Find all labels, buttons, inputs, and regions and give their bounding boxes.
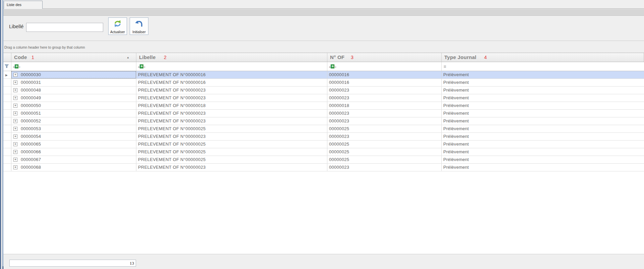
cell-libelle[interactable]: PRELEVEMENT OF N°00000025 [136, 141, 327, 148]
cell-code[interactable]: + 00000030 [11, 71, 136, 78]
cell-type-journal[interactable]: Prélèvement [442, 87, 644, 94]
libelle-input[interactable] [26, 23, 103, 32]
table-row[interactable]: ▶ + 00000048 PRELEVEMENT OF N°00000023 0… [3, 87, 644, 94]
filter-cell-type-journal[interactable]: = [442, 62, 644, 71]
cell-libelle[interactable]: PRELEVEMENT OF N°00000016 [136, 71, 327, 78]
code-value: 00000031 [21, 80, 41, 85]
table-row[interactable]: ▶ + 00000067 PRELEVEMENT OF N°00000025 0… [3, 156, 644, 164]
column-header-libelle[interactable]: Libelle 2 [136, 53, 327, 62]
cell-nof[interactable]: 00000016 [327, 71, 442, 78]
expand-plus-icon[interactable]: + [13, 111, 17, 115]
cell-libelle[interactable]: PRELEVEMENT OF N°00000023 [136, 110, 327, 117]
filter-cell-code[interactable]: aBc [11, 62, 136, 71]
cell-nof[interactable]: 00000025 [327, 141, 442, 148]
cell-nof[interactable]: 00000023 [327, 87, 442, 94]
expand-plus-icon[interactable]: + [13, 96, 17, 100]
table-row[interactable]: ▶ + 00000031 PRELEVEMENT OF N°00000016 0… [3, 79, 644, 87]
group-by-panel[interactable]: Drag a column header here to group by th… [3, 41, 644, 53]
cell-libelle[interactable]: PRELEVEMENT OF N°00000023 [136, 94, 327, 102]
cell-code[interactable]: + 00000050 [11, 102, 136, 109]
cell-code[interactable]: + 00000065 [11, 141, 136, 148]
table-row[interactable]: ▶ + 00000030 PRELEVEMENT OF N°00000016 0… [3, 71, 644, 79]
cell-type-journal[interactable]: Prélèvement [442, 110, 644, 117]
expand-plus-icon[interactable]: + [13, 158, 17, 162]
cell-code[interactable]: + 00000051 [11, 110, 136, 117]
cell-code[interactable]: + 00000031 [11, 79, 136, 86]
table-row[interactable]: ▶ + 00000051 PRELEVEMENT OF N°00000023 0… [3, 110, 644, 117]
text-filter-icon: aBc [13, 64, 20, 68]
table-row[interactable]: ▶ + 00000052 PRELEVEMENT OF N°00000023 0… [3, 117, 644, 125]
cell-type-journal[interactable]: Prélèvement [442, 141, 644, 148]
expand-plus-icon[interactable]: + [13, 119, 17, 123]
cell-nof[interactable]: 00000023 [327, 164, 442, 171]
cell-nof[interactable]: 00000023 [327, 133, 442, 140]
column-header-label: Code [14, 53, 27, 62]
cell-type-journal[interactable]: Prélèvement [442, 156, 644, 163]
annotation-number: 3 [351, 55, 353, 60]
cell-type-journal[interactable]: Prélèvement [442, 117, 644, 125]
cell-libelle[interactable]: PRELEVEMENT OF N°00000016 [136, 79, 327, 86]
column-header-label: Type Journal [444, 53, 476, 62]
type-journal-value: Prélèvement [443, 126, 469, 131]
column-header-type-journal[interactable]: Type Journal 4 [442, 53, 644, 62]
tab-liste-des-prelevements[interactable]: Liste des prelevements [4, 1, 43, 9]
cell-code[interactable]: + 00000068 [11, 164, 136, 171]
cell-libelle[interactable]: PRELEVEMENT OF N°00000025 [136, 156, 327, 163]
cell-libelle[interactable]: PRELEVEMENT OF N°00000018 [136, 102, 327, 109]
cell-nof[interactable]: 00000025 [327, 125, 442, 132]
cell-code[interactable]: + 00000052 [11, 117, 136, 125]
cell-code[interactable]: + 00000066 [11, 148, 136, 156]
filter-cell-nof[interactable]: aBc [327, 62, 442, 71]
type-journal-value: Prélèvement [443, 134, 469, 139]
reset-button[interactable]: Initialiser [130, 17, 148, 35]
cell-code[interactable]: + 00000048 [11, 87, 136, 94]
table-row[interactable]: ▶ + 00000065 PRELEVEMENT OF N°00000025 0… [3, 141, 644, 148]
expand-plus-icon[interactable]: + [13, 73, 17, 77]
cell-libelle[interactable]: PRELEVEMENT OF N°00000023 [136, 87, 327, 94]
cell-code[interactable]: + 00000054 [11, 133, 136, 140]
table-row[interactable]: ▶ + 00000068 PRELEVEMENT OF N°00000023 0… [3, 164, 644, 171]
expand-plus-icon[interactable]: + [13, 104, 17, 108]
expand-plus-icon[interactable]: + [13, 142, 17, 146]
cell-code[interactable]: + 00000049 [11, 94, 136, 102]
cell-nof[interactable]: 00000018 [327, 102, 442, 109]
expand-plus-icon[interactable]: + [13, 150, 17, 154]
cell-libelle[interactable]: PRELEVEMENT OF N°00000025 [136, 125, 327, 132]
cell-libelle[interactable]: PRELEVEMENT OF N°00000023 [136, 133, 327, 140]
cell-code[interactable]: + 00000067 [11, 156, 136, 163]
cell-type-journal[interactable]: Prélèvement [442, 148, 644, 156]
cell-nof[interactable]: 00000025 [327, 148, 442, 156]
cell-libelle[interactable]: PRELEVEMENT OF N°00000023 [136, 164, 327, 171]
column-header-code[interactable]: Code 1 ▲ [11, 53, 136, 62]
expand-plus-icon[interactable]: + [13, 80, 17, 85]
cell-nof[interactable]: 00000016 [327, 79, 442, 86]
expand-plus-icon[interactable]: + [13, 127, 17, 131]
refresh-button[interactable]: Actualiser [108, 17, 127, 35]
cell-type-journal[interactable]: Prélèvement [442, 125, 644, 132]
cell-type-journal[interactable]: Prélèvement [442, 94, 644, 102]
cell-libelle[interactable]: PRELEVEMENT OF N°00000025 [136, 148, 327, 156]
cell-type-journal[interactable]: Prélèvement [442, 102, 644, 109]
expand-plus-icon[interactable]: + [13, 134, 17, 139]
cell-type-journal[interactable]: Prélèvement [442, 133, 644, 140]
table-row[interactable]: ▶ + 00000066 PRELEVEMENT OF N°00000025 0… [3, 148, 644, 156]
cell-code[interactable]: + 00000053 [11, 125, 136, 132]
annotation-number: 1 [31, 55, 34, 60]
cell-type-journal[interactable]: Prélèvement [442, 71, 644, 78]
cell-type-journal[interactable]: Prélèvement [442, 164, 644, 171]
column-header-nof[interactable]: N° OF 3 [327, 53, 442, 62]
table-row[interactable]: ▶ + 00000049 PRELEVEMENT OF N°00000023 0… [3, 94, 644, 102]
cell-nof[interactable]: 00000023 [327, 94, 442, 102]
table-row[interactable]: ▶ + 00000054 PRELEVEMENT OF N°00000023 0… [3, 133, 644, 141]
expand-plus-icon[interactable]: + [13, 88, 17, 92]
cell-nof[interactable]: 00000023 [327, 117, 442, 125]
filter-cell-libelle[interactable]: aBc [136, 62, 327, 71]
cell-nof[interactable]: 00000025 [327, 156, 442, 163]
table-row[interactable]: ▶ + 00000050 PRELEVEMENT OF N°00000018 0… [3, 102, 644, 110]
table-row[interactable]: ▶ + 00000053 PRELEVEMENT OF N°00000025 0… [3, 125, 644, 133]
cell-nof[interactable]: 00000023 [327, 110, 442, 117]
cell-libelle[interactable]: PRELEVEMENT OF N°00000023 [136, 117, 327, 125]
type-journal-value: Prélèvement [443, 111, 469, 116]
cell-type-journal[interactable]: Prélèvement [442, 79, 644, 86]
expand-plus-icon[interactable]: + [13, 165, 17, 169]
